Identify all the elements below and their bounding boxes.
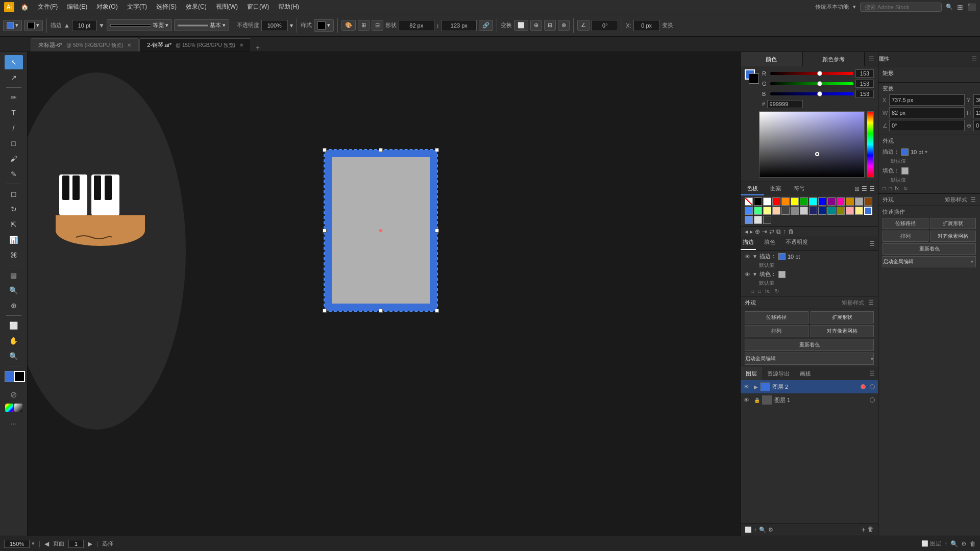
tab2-close[interactable]: ✕ xyxy=(239,42,243,48)
global-edit-dropdown[interactable]: ▾ xyxy=(871,356,873,362)
qa-pos-path[interactable]: 位移路径 xyxy=(883,218,928,229)
arrange-btn[interactable]: ⊕ xyxy=(530,20,542,31)
x-input[interactable] xyxy=(633,20,660,31)
swatch-pink[interactable] xyxy=(837,197,845,206)
select-tool[interactable]: ↖ xyxy=(5,55,23,69)
align-pixel-btn[interactable]: 对齐像素网格 xyxy=(811,325,874,337)
appearance-menu[interactable]: ☰ xyxy=(970,196,976,204)
palette-tab-color[interactable]: 色板 xyxy=(741,182,764,195)
pen-tool[interactable]: ✏ xyxy=(5,90,23,105)
line-tool[interactable]: / xyxy=(5,121,23,135)
appear-tab-stroke[interactable]: 描边 xyxy=(741,237,756,250)
swatch-lt-ltgray[interactable] xyxy=(754,216,762,224)
swatch-peach[interactable] xyxy=(772,207,780,215)
pencil-tool[interactable]: ✎ xyxy=(5,167,23,181)
stroke-collapse-icon[interactable]: ▼ xyxy=(752,254,757,259)
qa-expand-shape[interactable]: 扩展形状 xyxy=(930,218,976,229)
swatch-brown[interactable] xyxy=(864,197,872,206)
stroke-color-indicator[interactable] xyxy=(778,253,786,260)
stroke-value-input[interactable] xyxy=(72,20,96,31)
more-tools-btn[interactable]: … xyxy=(5,415,23,429)
next-page-icon[interactable]: ▶ xyxy=(88,540,92,547)
swatch-white[interactable] xyxy=(763,197,771,206)
pal-trash-icon[interactable]: 🗑 xyxy=(788,228,794,235)
handle-top-left[interactable] xyxy=(323,148,327,152)
layers-trash-icon[interactable]: 🗑 xyxy=(868,525,874,534)
layer1-lock-icon[interactable]: 🔒 xyxy=(754,397,760,403)
layer-1-row[interactable]: 👁 🔒 图层 1 xyxy=(741,393,878,407)
stroke-color-swatch[interactable] xyxy=(14,371,25,382)
hand-tool[interactable]: ✋ xyxy=(5,334,23,348)
rect-tool[interactable]: □ xyxy=(5,136,23,151)
layers-export-icon[interactable]: ↑ xyxy=(754,527,757,533)
artboard-tool[interactable]: ⬜ xyxy=(5,318,23,333)
palette-tab-symbol[interactable]: 符号 xyxy=(788,182,811,195)
pal-move-icon[interactable]: ⇥ xyxy=(762,228,767,235)
grid-btn[interactable]: ⊞ xyxy=(358,20,370,31)
page-input[interactable] xyxy=(68,540,84,548)
layers-search-icon[interactable]: 🔍 xyxy=(759,527,766,533)
swatch-cyan[interactable] xyxy=(809,197,817,206)
pal-copy-icon[interactable]: ⧉ xyxy=(776,228,781,235)
layers-menu-icon[interactable]: ☰ xyxy=(869,367,878,380)
expand-shape-btn[interactable]: 扩展形状 xyxy=(811,311,874,323)
home-icon[interactable]: 🏠 xyxy=(18,1,31,13)
opacity-dropdown-icon[interactable]: ▾ xyxy=(290,22,293,29)
opacity-input[interactable] xyxy=(261,20,288,31)
r-slider[interactable] xyxy=(770,72,853,75)
link-wh-btn[interactable]: 🔗 xyxy=(479,20,493,31)
ap-stroke-color[interactable] xyxy=(901,148,909,156)
swatch-olive[interactable] xyxy=(837,207,845,215)
palette-list-icon[interactable]: ☰ xyxy=(862,185,867,192)
text-tool[interactable]: T xyxy=(5,106,23,120)
ap-refresh-icon[interactable]: ↻ xyxy=(903,186,908,191)
zoom-tool[interactable]: 🔍 xyxy=(5,349,23,363)
swatch-blue[interactable] xyxy=(818,197,826,206)
qa-global-edit[interactable]: 启动全局编辑 ▾ xyxy=(883,256,976,267)
appear-menu-btn[interactable]: ☰ xyxy=(868,299,874,306)
tab-color[interactable]: 颜色 xyxy=(741,52,803,66)
pal-export-icon[interactable]: ↑ xyxy=(783,228,786,235)
swatch-dk-gray[interactable] xyxy=(781,207,790,215)
bottom-settings-icon[interactable]: ⚙ xyxy=(961,540,967,547)
handle-bot-center[interactable] xyxy=(379,309,383,313)
swatch-ltpink[interactable] xyxy=(846,207,854,215)
align-btn-qa[interactable]: 排列 xyxy=(745,325,808,337)
bottom-page-icon[interactable]: ↑ xyxy=(944,540,947,547)
x-transform-input[interactable] xyxy=(889,94,965,106)
eraser-tool[interactable]: ◻ xyxy=(5,187,23,201)
menu-text[interactable]: 文字(T) xyxy=(123,2,151,12)
layers-layers-icon[interactable]: ⬜ xyxy=(745,527,752,533)
none-fill-btn[interactable]: ⊘ xyxy=(5,387,23,402)
qa-recolor[interactable]: 重新着色 xyxy=(883,243,976,255)
pal-forward-icon[interactable]: ▸ xyxy=(750,228,753,235)
menu-file[interactable]: 文件(F) xyxy=(34,2,62,12)
palette-tab-graph[interactable]: 图案 xyxy=(764,182,788,195)
layer-2-row[interactable]: 👁 ▶ 图层 2 xyxy=(741,380,878,393)
canvas-area[interactable] xyxy=(28,52,740,536)
fill-color-indicator[interactable] xyxy=(778,271,786,278)
stroke-color-btn[interactable]: ▾ xyxy=(24,20,43,31)
handle-top-center[interactable] xyxy=(379,148,383,152)
graph-tool[interactable]: 📊 xyxy=(5,233,23,247)
layers-add-icon[interactable]: + xyxy=(862,525,866,534)
ap-stroke-dropdown[interactable]: ▾ xyxy=(925,149,927,155)
tab-1[interactable]: 未标题-6* @ 50% (RGB/GPU 预览) ✕ xyxy=(31,38,139,52)
tool-fill-btn[interactable]: ▾ xyxy=(3,20,22,31)
style-btn[interactable]: ▾ xyxy=(314,19,334,32)
recolor-btn[interactable]: 🎨 xyxy=(341,20,356,31)
hex-input[interactable] xyxy=(767,100,803,108)
menu-select[interactable]: 选择(S) xyxy=(152,2,181,12)
fill-vis-icon[interactable]: 👁 xyxy=(745,271,750,278)
global-edit-btn[interactable]: 启动全局编辑 ▾ xyxy=(745,353,874,365)
swatch-yellow[interactable] xyxy=(791,197,799,206)
h-transform-input[interactable] xyxy=(973,107,980,118)
align-anchor-btn[interactable]: ⊟ xyxy=(372,20,383,31)
swatch-ltgreen[interactable] xyxy=(754,207,762,215)
bg-swatch-panel[interactable] xyxy=(749,73,759,84)
swatch-green[interactable] xyxy=(800,197,808,206)
scale-tool[interactable]: ⇱ xyxy=(5,217,23,232)
pal-add-icon[interactable]: ⊕ xyxy=(755,228,760,235)
w-transform-input[interactable] xyxy=(889,107,965,118)
swatch-black[interactable] xyxy=(754,197,762,206)
